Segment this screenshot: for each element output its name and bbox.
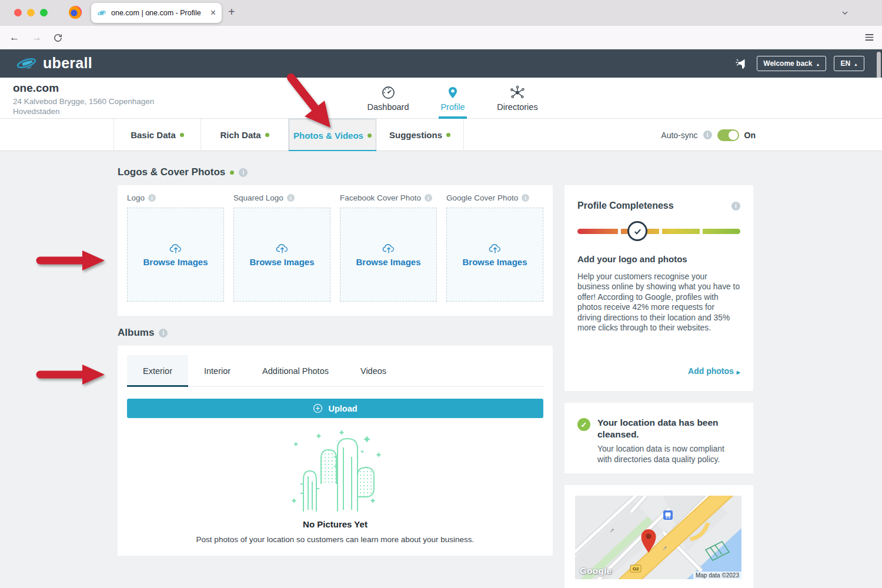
app-header: uberall Welcome back EN <box>0 49 882 78</box>
album-tab-exterior[interactable]: Exterior <box>127 355 188 386</box>
back-button[interactable] <box>9 32 19 44</box>
tab-rich-data[interactable]: Rich Data <box>201 119 289 151</box>
status-dot <box>368 133 372 138</box>
info-icon[interactable] <box>425 194 432 202</box>
main-content: Logos & Cover Photos Logo Browse Images … <box>0 151 882 588</box>
success-check-icon <box>577 418 590 431</box>
facebook-cover-dropzone[interactable]: Browse Images <box>340 208 437 302</box>
info-icon[interactable] <box>522 194 529 202</box>
logos-section-title: Logos & Cover Photos <box>118 166 248 178</box>
profile-pin-icon <box>446 85 459 100</box>
scrollbar-thumb[interactable] <box>877 52 881 79</box>
status-dot <box>446 133 450 137</box>
empty-state-title: No Pictures Yet <box>118 519 553 529</box>
menu-icon[interactable] <box>864 33 874 42</box>
cleansed-body: Your location data is now compliant with… <box>597 444 740 466</box>
map-card: O2 Google Map data ©2023 <box>564 485 753 588</box>
squared-logo-dropzone[interactable]: Browse Images <box>233 208 330 302</box>
tab-basic-data[interactable]: Basic Data <box>113 119 201 151</box>
location-name: one.com <box>13 82 59 95</box>
logo-dropzone[interactable]: Browse Images <box>127 208 224 302</box>
uberall-logo[interactable]: uberall <box>15 54 92 72</box>
google-cover-dropzone[interactable]: Browse Images <box>446 208 543 302</box>
tab-photos-videos[interactable]: Photos & Videos <box>289 119 376 151</box>
road-label: O2 <box>633 566 639 572</box>
completeness-subtitle: Add your logo and photos <box>577 254 740 264</box>
check-icon <box>633 227 642 236</box>
new-tab-button[interactable] <box>228 5 235 19</box>
maximize-window-button[interactable] <box>40 9 48 16</box>
close-window-button[interactable] <box>14 9 22 16</box>
browser-toolbar: https://uberall.one.com/en/app/one_uk/lo… <box>0 26 882 49</box>
facebook-cover-uploader: Facebook Cover Photo Browse Images <box>340 193 437 302</box>
cactus-empty-state-illustration <box>285 427 386 513</box>
upload-cloud-icon <box>382 242 396 254</box>
location-address: 24 Kalvebod Brygge, 1560 Copenhagen Hove… <box>13 96 154 116</box>
caret-up-icon <box>816 59 820 68</box>
logos-card: Logo Browse Images Squared Logo Bro <box>118 185 553 316</box>
google-cover-uploader: Google Cover Photo Browse Images <box>446 193 543 302</box>
forward-button[interactable] <box>32 32 42 44</box>
dashboard-gauge-icon <box>381 85 396 100</box>
status-dot <box>265 133 269 137</box>
caret-up-icon <box>854 59 858 68</box>
info-icon[interactable] <box>148 194 156 202</box>
reload-icon[interactable] <box>53 33 63 43</box>
album-tab-interior[interactable]: Interior <box>188 355 246 386</box>
album-tab-additional-photos[interactable]: Additional Photos <box>246 355 345 386</box>
browser-tab[interactable]: one.com | one.com - Profile <box>91 3 222 23</box>
browser-tab-bar: one.com | one.com - Profile <box>0 0 882 26</box>
map-attribution: Map data ©2023 <box>693 572 741 579</box>
status-dot <box>180 133 184 137</box>
albums-section-title: Albums <box>118 327 168 339</box>
completeness-check-marker <box>627 221 647 241</box>
upload-cloud-icon <box>275 242 289 254</box>
plus-circle-icon <box>313 403 323 413</box>
info-icon[interactable] <box>703 131 712 139</box>
location-header: one.com 24 Kalvebod Brygge, 1560 Copenha… <box>0 78 882 119</box>
uberall-favicon-icon <box>97 9 106 17</box>
brand-name: uberall <box>43 55 92 72</box>
status-dot <box>230 171 234 175</box>
completeness-title: Profile Completeness <box>577 201 674 211</box>
directories-network-icon <box>510 85 525 100</box>
info-icon[interactable] <box>159 329 168 338</box>
screenshot-root: one.com | one.com - Profile <box>0 0 882 588</box>
completeness-body: Help your customers recognise your busin… <box>577 272 740 333</box>
minimize-window-button[interactable] <box>27 9 35 16</box>
main-nav: Dashboard Profile Dir <box>363 78 542 119</box>
tab-title: one.com | one.com - Profile <box>111 9 206 17</box>
upload-button[interactable]: Upload <box>127 399 543 418</box>
album-tabs: Exterior Interior Additional Photos Vide… <box>127 355 543 387</box>
close-tab-icon[interactable] <box>211 8 216 18</box>
auto-sync-control: Auto-sync On <box>661 119 756 151</box>
uberall-logo-icon <box>15 54 38 72</box>
nav-item-dashboard[interactable]: Dashboard <box>363 78 413 119</box>
squared-logo-uploader: Squared Logo Browse Images <box>233 193 330 302</box>
auto-sync-label: Auto-sync <box>661 131 697 140</box>
auto-sync-toggle[interactable] <box>717 129 739 141</box>
logo-uploader: Logo Browse Images <box>127 193 224 302</box>
upload-cloud-icon <box>169 242 183 254</box>
tab-suggestions[interactable]: Suggestions <box>376 119 464 151</box>
info-icon[interactable] <box>287 194 295 202</box>
location-cleansed-card: Your location data has been cleansed. Yo… <box>564 403 753 473</box>
empty-state-text: Post photos of your location so customer… <box>118 535 553 544</box>
location-map[interactable]: O2 Google Map data ©2023 <box>575 496 741 579</box>
upload-cloud-icon <box>488 242 502 254</box>
nav-item-profile[interactable]: Profile <box>428 78 477 119</box>
toggle-knob <box>729 131 738 140</box>
info-icon[interactable] <box>731 202 740 211</box>
info-icon[interactable] <box>239 168 248 177</box>
album-tab-videos[interactable]: Videos <box>345 355 402 386</box>
welcome-back-button[interactable]: Welcome back <box>757 56 826 71</box>
triangle-right-icon <box>737 366 740 376</box>
firefox-icon[interactable] <box>69 6 82 19</box>
language-button[interactable]: EN <box>834 56 864 71</box>
profile-tabs-row: Basic Data Rich Data Photos & Videos Sug… <box>0 119 882 151</box>
nav-item-directories[interactable]: Directories <box>493 78 542 119</box>
add-photos-link[interactable]: Add photos <box>688 366 740 376</box>
announcement-megaphone-icon[interactable] <box>735 57 749 70</box>
cleansed-title: Your location data has been cleansed. <box>597 417 740 440</box>
tab-list-chevron-icon[interactable] <box>840 8 850 18</box>
